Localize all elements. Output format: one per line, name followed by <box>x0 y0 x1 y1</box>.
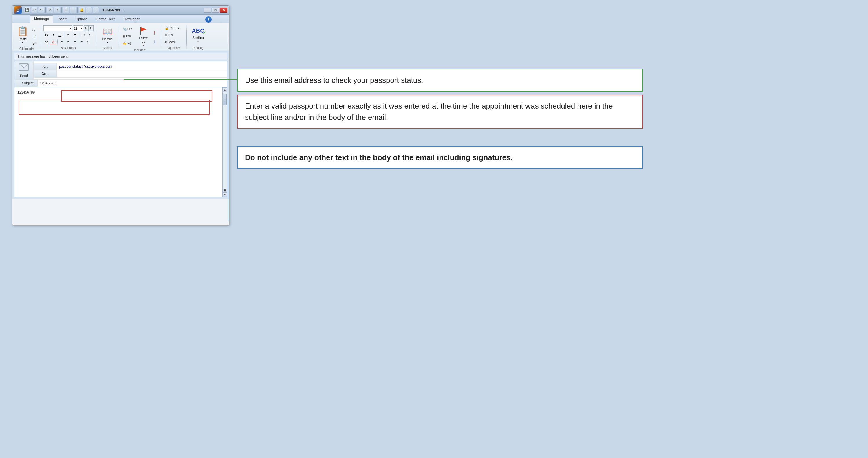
save-tool-btn[interactable]: 💾 <box>24 7 30 13</box>
options-expand-icon[interactable]: ▾ <box>178 47 180 50</box>
scroll-thumb[interactable] <box>223 93 227 105</box>
notify-tool-btn[interactable]: 🔔 <box>79 7 85 13</box>
cut-icon: ✂ <box>32 28 35 32</box>
to-button[interactable]: To... <box>34 63 57 70</box>
paste-icon: 📋 <box>17 27 28 36</box>
copy-icon: 📄 <box>32 35 36 39</box>
underline-button[interactable]: U <box>57 32 63 38</box>
body-text: 123456789 <box>18 90 35 94</box>
tab-message[interactable]: Message <box>30 16 53 23</box>
redo-tool-btn[interactable]: ↪ <box>38 7 44 13</box>
close-button[interactable]: ✕ <box>220 7 227 13</box>
follow-up-button[interactable]: FollowUp ▾ <box>137 25 150 48</box>
font-size-decrease-button[interactable]: A↓ <box>89 26 94 31</box>
clipboard-group: 📋 Paste ▾ ✂ 📄 🖌 <box>13 24 40 51</box>
align-left-button[interactable]: ≡ <box>59 39 65 45</box>
message-area: This message has not been sent. Send <box>12 51 229 199</box>
signature-button[interactable]: ✍ Sig. <box>121 40 136 46</box>
bcc-button[interactable]: ✉ Bcc <box>163 32 184 38</box>
green-annotation-box: Use this email address to check your pas… <box>238 69 643 92</box>
low-importance-button[interactable]: ↓ <box>151 38 158 45</box>
expand-tool-btn[interactable]: ↕ <box>70 7 76 13</box>
bold-button[interactable]: B <box>43 32 50 38</box>
align-right-button[interactable]: ≡ <box>72 39 78 45</box>
high-importance-button[interactable]: ! <box>151 30 158 37</box>
names-dropdown-icon[interactable]: ▾ <box>107 41 108 44</box>
clipboard-label: Clipboard ▾ <box>20 47 34 51</box>
cut-button[interactable]: ✂ <box>31 27 38 33</box>
to-input[interactable]: passportstatus@ustraveldocs.com <box>57 63 227 70</box>
rtl-button[interactable]: ↵ <box>85 39 92 45</box>
red-annotation-text: Enter a valid passport number exactly as… <box>245 102 613 122</box>
tab-insert[interactable]: Insert <box>54 16 71 23</box>
attach-file-button[interactable]: 📎 File <box>121 26 136 32</box>
align-center-button[interactable]: ≡ <box>65 39 71 45</box>
basic-text-label: Basic Text ▾ <box>61 46 76 50</box>
scroll-track[interactable] <box>223 92 227 188</box>
to-value: passportstatus@ustraveldocs.com <box>59 65 112 69</box>
names-label: Names <box>102 37 113 41</box>
indent-button[interactable]: ⇥ <box>80 32 87 38</box>
paste-dropdown-icon[interactable]: ▾ <box>22 41 23 44</box>
outlook-window: O 💾 ↩ ↪ ✕ ✦ ⊞ ↕ 🔔 ! ! 123456789 ... ─ □ … <box>12 5 229 225</box>
cc-button[interactable]: Cc... <box>34 70 57 77</box>
strikethrough-button[interactable]: ab <box>43 39 50 45</box>
scroll-up-button[interactable]: ▲ <box>223 87 227 92</box>
email-body-input[interactable]: 123456789 <box>14 87 222 197</box>
cut-tool-btn[interactable]: ✕ <box>47 7 53 13</box>
format-painter-icon: 🖌 <box>32 42 36 45</box>
paste-button[interactable]: 📋 Paste ▾ <box>15 26 30 45</box>
help-button[interactable]: ? <box>205 16 212 23</box>
divider-1 <box>41 25 41 50</box>
title-bar-tools: 💾 ↩ ↪ ✕ ✦ ⊞ ↕ 🔔 ! ! <box>24 7 99 13</box>
follow-up-dropdown-icon[interactable]: ▾ <box>143 44 144 47</box>
text-color-button[interactable]: A <box>50 39 57 45</box>
font-size-select[interactable]: 11 ▾ <box>73 26 83 31</box>
blue-annotation-text: Do not include any other text in the bod… <box>245 153 513 162</box>
attach-item-button[interactable]: ▦ Item <box>121 33 136 39</box>
subject-input[interactable]: 123456789 <box>38 80 227 87</box>
alert2-tool-btn[interactable]: ! <box>93 7 99 13</box>
maximize-button[interactable]: □ <box>212 7 219 13</box>
font-size-increase-button[interactable]: A↑ <box>84 26 89 31</box>
email-scrollbar: ▲ ▦ ▼ <box>222 87 227 197</box>
scroll-resize-btn[interactable]: ▦ <box>223 188 227 192</box>
font-name-select[interactable]: ▾ <box>43 26 72 31</box>
clipboard-expand-icon[interactable]: ▾ <box>32 48 34 50</box>
fmt-divider <box>64 32 64 38</box>
format-tool-btn[interactable]: ✦ <box>54 7 60 13</box>
alert1-tool-btn[interactable]: ! <box>86 7 92 13</box>
justify-button[interactable]: ≡ <box>79 39 85 45</box>
svg-marker-0 <box>141 27 146 32</box>
cc-input[interactable] <box>57 72 227 75</box>
proofing-group: ABC✓ Spelling ▾ Proofing <box>188 24 208 51</box>
bullet-list-button[interactable]: ≡ <box>65 32 71 38</box>
spelling-dropdown-icon[interactable]: ▾ <box>197 40 198 43</box>
layout-tool-btn[interactable]: ⊞ <box>63 7 69 13</box>
send-button[interactable]: Send <box>14 61 33 79</box>
numbered-list-button[interactable]: ≔ <box>72 32 78 38</box>
minimize-button[interactable]: ─ <box>204 7 211 13</box>
names-group-label: Names <box>103 46 112 50</box>
scroll-down-button[interactable]: ▼ <box>223 192 227 197</box>
to-row: Send To... passportstatus@ustraveldocs.c… <box>14 61 227 80</box>
options-more-button[interactable]: ⚙ More <box>163 39 184 45</box>
tab-format-text[interactable]: Format Text <box>92 16 119 23</box>
outdent-button[interactable]: ⇤ <box>87 32 93 38</box>
italic-button[interactable]: I <box>50 32 57 38</box>
table-icon: ▦ <box>123 34 125 38</box>
permissions-button[interactable]: 🔒 Perms <box>163 25 184 32</box>
spelling-button[interactable]: ABC✓ Spelling ▾ <box>191 26 205 44</box>
copy-button[interactable]: 📄 <box>31 34 38 40</box>
include-expand-icon[interactable]: ▾ <box>144 48 146 51</box>
blue-annotation-box: Do not include any other text in the bod… <box>238 146 643 169</box>
divider-2 <box>96 25 96 50</box>
options-group-label: Options ▾ <box>167 46 180 50</box>
tab-options[interactable]: Options <box>71 16 92 23</box>
basic-text-expand-icon[interactable]: ▾ <box>75 47 76 50</box>
cc-field-row: Cc... <box>34 70 227 78</box>
names-button[interactable]: 📖 Names ▾ <box>100 25 115 45</box>
tab-developer[interactable]: Developer <box>119 16 144 23</box>
undo-tool-btn[interactable]: ↩ <box>31 7 37 13</box>
format-painter-button[interactable]: 🖌 <box>31 40 38 47</box>
